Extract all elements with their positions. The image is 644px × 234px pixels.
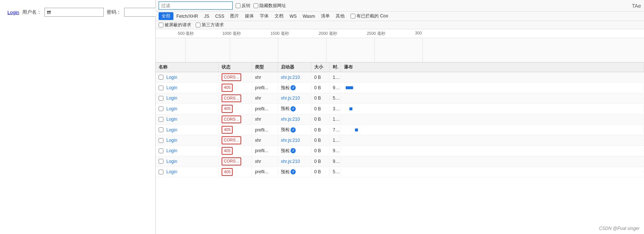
network-table[interactable]: 名称 状态 类型 启动器 大小 时. 瀑布 Login CORS .. xhr … [156,63,644,234]
tae-label: TAe [632,3,641,9]
login-link-row[interactable]: Login [166,127,177,133]
hide-data-url-checkbox[interactable] [253,3,258,8]
row-waterfall [341,76,644,78]
third-party-checkbox-label[interactable]: 第三方请求 [196,22,224,28]
hide-data-url-checkbox-label[interactable]: 隐藏数据网址 [253,3,286,9]
row-checkbox[interactable] [159,170,163,174]
refresh-icon: ↺ [291,169,296,174]
initiator-link[interactable]: xhr.js:210 [281,96,300,101]
tab-doc[interactable]: 文档 [272,12,286,20]
row-name: Login [156,84,219,91]
tab-wasm[interactable]: Wasm [300,13,318,20]
reverse-checkbox[interactable] [236,3,240,8]
tab-fetch-xhr[interactable]: Fetch/XHR [173,13,201,20]
tick-1500: 1500 毫秒 [270,31,289,36]
tab-css[interactable]: CSS [212,13,228,20]
preflight-cell: 预检 ↺ [281,85,308,91]
login-link[interactable]: Login [7,10,19,15]
row-type: prefli... [252,168,278,176]
blocked-checkbox-label[interactable]: 被屏蔽的请求 [159,22,191,28]
login-link-row[interactable]: Login [166,148,177,153]
row-status: 405 [219,104,252,114]
login-link-row[interactable]: Login [166,117,177,122]
status-badge: CORS .. [222,136,241,144]
table-row[interactable]: Login CORS .. xhr xhr.js:210 0 B 1... [156,72,644,83]
username-input[interactable] [44,8,104,17]
table-row[interactable]: Login 405 prefli... 预检 ↺ 0 B 3... [156,104,644,114]
initiator-link[interactable]: xhr.js:210 [281,117,300,122]
login-link-row[interactable]: Login [166,75,177,80]
tab-all[interactable]: 全部 [159,12,173,20]
tab-img[interactable]: 图片 [227,12,242,20]
col-header-time[interactable]: 时. [330,63,341,72]
right-panel: 反转 隐藏数据网址 全部 Fetch/XHR JS CSS 图片 媒体 字体 文… [156,0,644,234]
tab-font[interactable]: 字体 [257,12,272,20]
row-waterfall [341,160,644,163]
initiator-link[interactable]: xhr.js:210 [281,75,300,80]
table-row[interactable]: Login 405 prefli... 预检 ↺ 0 B 5... [156,167,644,177]
intercepted-checkbox[interactable] [351,14,355,19]
grid-line-3 [278,38,278,62]
username-label: 用户名： [22,9,42,16]
row-checkbox[interactable] [159,138,163,143]
toolbar-row3: 被屏蔽的请求 第三方请求 [156,21,644,29]
tab-js[interactable]: JS [201,13,212,20]
initiator-link[interactable]: xhr.js:210 [281,138,300,143]
login-link-row[interactable]: Login [166,138,177,143]
row-size: 0 B [311,74,330,81]
tab-media[interactable]: 媒体 [242,12,257,20]
table-row[interactable]: Login CORS .. xhr xhr.js:210 0 B 1... [156,135,644,146]
login-link-row[interactable]: Login [166,159,177,164]
row-checkbox[interactable] [159,148,163,153]
row-checkbox[interactable] [159,117,163,122]
col-header-status[interactable]: 状态 [219,63,252,72]
row-checkbox[interactable] [159,127,163,132]
row-initiator: 预检 ↺ [278,84,311,92]
preflight-text: 预检 [281,85,290,91]
row-waterfall [341,171,644,173]
table-row[interactable]: Login CORS .. xhr xhr.js:210 0 B 1... [156,114,644,125]
toolbar-row2: 全部 Fetch/XHR JS CSS 图片 媒体 字体 文档 WS Wasm … [156,11,644,21]
col-header-initiator[interactable]: 启动器 [278,63,311,72]
row-type: xhr [252,158,278,165]
row-name: Login [156,137,219,144]
row-size: 0 B [311,168,330,176]
row-name: Login [156,74,219,81]
table-row[interactable]: Login CORS .. xhr xhr.js:210 0 B 5... [156,93,644,104]
reverse-checkbox-label[interactable]: 反转 [236,3,250,9]
row-checkbox[interactable] [159,75,163,80]
status-badge: 405 [222,168,233,176]
blocked-checkbox[interactable] [159,23,163,27]
login-form: Login 用户名： 密码： 登录 [7,7,148,17]
initiator-link[interactable]: xhr.js:210 [281,159,300,164]
col-header-type[interactable]: 类型 [252,63,278,72]
row-checkbox[interactable] [159,106,163,111]
intercepted-checkbox-label[interactable]: 有已拦截的 Coo [351,13,388,19]
password-label: 密码： [107,9,121,16]
tab-ws[interactable]: WS [286,13,299,20]
table-row[interactable]: Login 405 prefli... 预检 ↺ 0 B 7... [156,125,644,135]
status-badge: 405 [222,84,233,91]
table-row[interactable]: Login CORS .. xhr xhr.js:210 0 B 9... [156,156,644,167]
login-link-row[interactable]: Login [166,169,177,174]
table-header: 名称 状态 类型 启动器 大小 时. 瀑布 [156,63,644,72]
tick-1000: 1000 毫秒 [222,31,241,36]
col-header-waterfall[interactable]: 瀑布 [341,63,644,72]
table-row[interactable]: Login 405 prefli... 预检 ↺ 0 B 9... [156,83,644,93]
tab-other[interactable]: 其他 [333,12,348,20]
login-link-row[interactable]: Login [166,85,177,90]
row-checkbox[interactable] [159,86,163,90]
col-header-name[interactable]: 名称 [156,63,219,72]
watermark: CSDN @Pual singer [599,226,640,231]
login-link-row[interactable]: Login [166,96,177,101]
filter-input[interactable] [159,1,233,10]
table-row[interactable]: Login 405 prefli... 预检 ↺ 0 B 9... [156,146,644,156]
row-checkbox[interactable] [159,159,163,164]
col-header-size[interactable]: 大小 [311,63,330,72]
row-size: 0 B [311,137,330,144]
third-party-checkbox[interactable] [196,23,200,27]
login-link-row[interactable]: Login [166,106,177,111]
tab-manifest[interactable]: 清单 [318,12,333,20]
row-checkbox[interactable] [159,96,163,101]
status-badge: 405 [222,105,233,113]
